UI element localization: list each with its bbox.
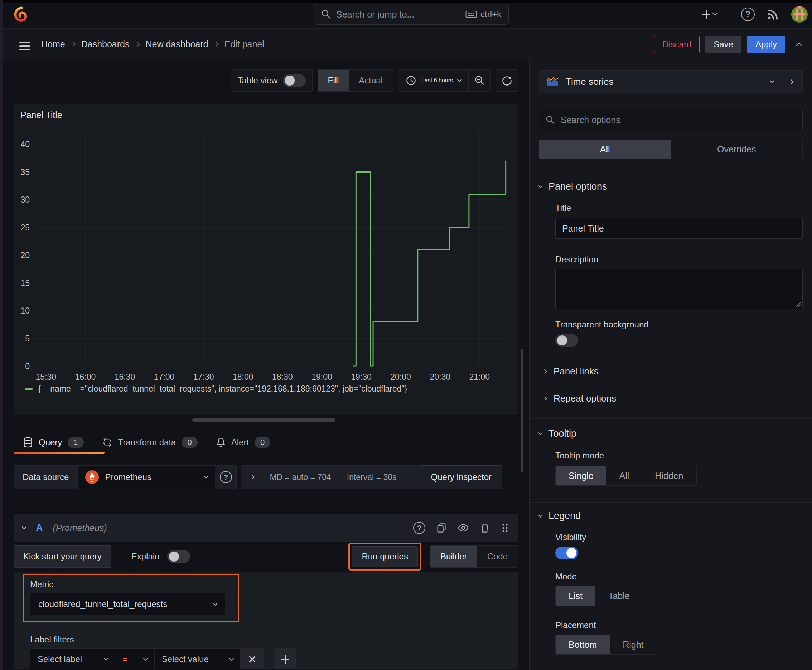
add-filter-button[interactable] (273, 648, 297, 669)
tooltip-header[interactable]: Tooltip (539, 428, 803, 439)
save-button[interactable]: Save (705, 36, 741, 53)
breadcrumb-home[interactable]: Home (41, 39, 65, 49)
tab-query[interactable]: Query 1 (14, 432, 93, 453)
delete-query-trash-icon[interactable] (480, 523, 490, 533)
actual-option[interactable]: Actual (349, 70, 393, 91)
collapse-options-icon[interactable] (796, 42, 802, 48)
menu-toggle-button[interactable] (19, 40, 30, 52)
global-search[interactable]: ctrl+k (314, 4, 509, 25)
tooltip-single-option[interactable]: Single (556, 466, 607, 485)
help-icon: ? (741, 7, 755, 21)
legend-list-option[interactable]: List (556, 586, 595, 606)
duplicate-query-icon[interactable] (436, 523, 447, 533)
explain-toggle[interactable] (167, 550, 190, 563)
panel-links-label: Panel links (554, 366, 598, 377)
clock-icon (406, 75, 416, 86)
hide-query-eye-icon[interactable] (458, 523, 469, 533)
time-series-chart[interactable]: 051015202530354015:3016:0016:3017:0017:3… (19, 126, 514, 383)
search-icon (321, 9, 331, 19)
news-button[interactable] (767, 8, 779, 20)
apply-button[interactable]: Apply (747, 36, 785, 53)
tab-all[interactable]: All (539, 140, 671, 159)
table-view-control: Table view (231, 69, 312, 91)
discard-button[interactable]: Discard (654, 36, 700, 53)
tooltip-hidden-option[interactable]: Hidden (642, 466, 696, 485)
legend-item[interactable]: {__name__="cloudflared_tunnel_total_requ… (25, 384, 407, 394)
tab-transform-data[interactable]: Transform data 0 (93, 432, 207, 453)
description-field[interactable] (555, 269, 803, 309)
svg-text:18:00: 18:00 (233, 372, 253, 382)
datasource-label: Data source (14, 465, 77, 489)
tooltip-mode-segment: Single All Hidden (555, 465, 697, 486)
run-queries-button[interactable]: Run queries (352, 546, 417, 567)
remove-filter-button[interactable] (241, 648, 263, 669)
query-inspector-button[interactable]: Query inspector (421, 465, 502, 489)
legend-table-option[interactable]: Table (595, 586, 642, 606)
shortcut-hint: ctrl+k (465, 9, 501, 19)
label-filter-row: Select label = Select value (30, 648, 518, 669)
operator-dropdown[interactable]: = (115, 648, 155, 669)
panel-resize-handle[interactable] (192, 418, 336, 421)
chevron-down-icon (770, 78, 775, 83)
drag-handle-icon[interactable] (500, 523, 509, 533)
placement-bottom-option[interactable]: Bottom (556, 635, 610, 654)
fill-actual-segment: Fill Actual (317, 69, 393, 91)
kick-start-button[interactable]: Kick start your query (14, 545, 111, 568)
legend-visibility-toggle[interactable] (555, 546, 578, 559)
toggle-viz-picker-button[interactable] (780, 71, 802, 93)
tab-query-label: Query (39, 437, 62, 447)
placement-right-option[interactable]: Right (610, 635, 656, 654)
repeat-options-section[interactable]: Repeat options (539, 385, 803, 412)
tab-alert[interactable]: Alert 0 (207, 432, 280, 453)
transparent-background-toggle[interactable] (555, 334, 578, 347)
panel-links-section[interactable]: Panel links (539, 358, 803, 385)
resize-handle-icon[interactable] (795, 301, 801, 307)
tab-alert-label: Alert (231, 437, 249, 447)
zoom-out-time-button[interactable] (468, 70, 490, 91)
options-search-input[interactable] (561, 115, 796, 125)
search-input[interactable] (336, 9, 460, 20)
tab-transform-label: Transform data (118, 437, 176, 447)
help-button[interactable]: ? (741, 7, 755, 21)
transparent-background-label: Transparent background (555, 320, 803, 330)
zoom-out-icon (475, 75, 485, 86)
select-value-dropdown[interactable]: Select value (155, 648, 241, 669)
new-dashboard-button[interactable] (702, 10, 716, 19)
legend-header[interactable]: Legend (539, 510, 803, 521)
datasource-help-button[interactable]: ? (215, 465, 237, 489)
collapse-query-icon[interactable] (22, 524, 27, 530)
section-divider (529, 418, 812, 419)
user-avatar[interactable] (791, 6, 808, 22)
tab-overrides[interactable]: Overrides (671, 140, 803, 159)
tooltip-all-option[interactable]: All (607, 466, 642, 485)
visibility-label: Visibility (555, 532, 803, 542)
time-range-picker[interactable]: Last 6 hours (398, 70, 468, 91)
section-divider (529, 502, 812, 503)
grafana-logo-icon[interactable] (13, 7, 29, 23)
visualization-picker[interactable]: Time series (539, 71, 780, 93)
options-search[interactable] (539, 110, 803, 130)
breadcrumb-dashboards[interactable]: Dashboards (81, 39, 130, 49)
vertical-scrollbar[interactable] (521, 349, 524, 472)
builder-option[interactable]: Builder (431, 546, 477, 567)
panel-title-input[interactable] (555, 218, 803, 239)
table-view-label: Table view (238, 76, 278, 86)
chevron-down-icon (104, 656, 108, 661)
refresh-button[interactable] (496, 69, 518, 91)
breadcrumb-separator-icon (71, 42, 76, 47)
max-data-points: MD = auto = 704 (270, 472, 331, 482)
panel-options-header[interactable]: Panel options (539, 181, 803, 192)
breadcrumb-new-dashboard[interactable]: New dashboard (146, 39, 209, 49)
datasource-picker[interactable]: Prometheus (77, 465, 215, 489)
metric-select[interactable]: cloudflared_tunnel_total_requests (30, 593, 225, 615)
datasource-value: Prometheus (105, 472, 199, 482)
query-ref-id[interactable]: A (36, 523, 43, 534)
select-label-dropdown[interactable]: Select label (30, 648, 115, 669)
query-toolbar-row: Kick start your query Explain Run querie… (14, 545, 518, 568)
query-help-icon[interactable]: ? (413, 522, 425, 534)
time-range-control: Last 6 hours (398, 69, 491, 91)
svg-text:25: 25 (20, 223, 30, 232)
table-view-toggle[interactable] (283, 74, 306, 87)
fill-option[interactable]: Fill (318, 70, 349, 91)
code-option[interactable]: Code (477, 546, 518, 567)
